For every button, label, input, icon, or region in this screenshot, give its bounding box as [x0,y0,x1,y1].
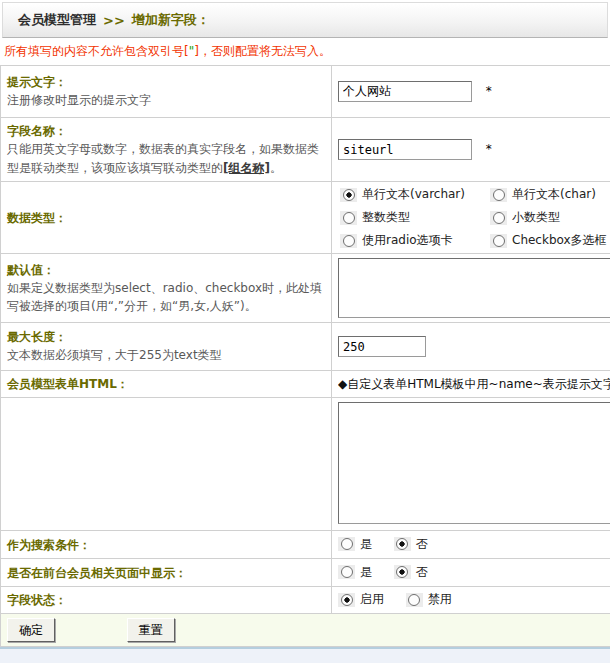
formhtml-label: 会员模型表单HTML： [7,375,325,393]
search-yes-option[interactable]: 是 [338,536,372,553]
page-header: 会员模型管理 >> 增加新字段： [2,2,608,38]
radio-label: 单行文本(varchar) [362,186,465,203]
radio-icon [340,188,357,202]
row-max-length: 最大长度： 文本数据必须填写，大于255为text类型 [1,323,610,371]
warning-message: 所有填写的内容不允许包含双引号["]，否则配置将无法写入。 [0,38,610,65]
radio-label: 使用radio选项卡 [362,232,453,249]
radio-icon [490,234,507,248]
required-asterisk: * [486,142,492,156]
radio-icon [406,593,423,607]
row-buttons: 确定 重置 [1,614,610,647]
datatype-option-radio[interactable]: 使用radio选项卡 [340,232,490,249]
fieldname-label: 字段名称： [7,122,325,140]
row-search-condition: 作为搜索条件： 是 否 [1,531,610,559]
datatype-radio-varchar[interactable] [343,189,355,201]
radio-label: Checkbox多选框 [512,232,607,249]
row-default-value: 默认值： 如果定义数据类型为select、radio、checkbox时，此处填… [1,254,610,323]
radio-icon [340,234,357,248]
default-label: 默认值： [7,261,325,279]
formhtml-textarea[interactable] [338,402,610,524]
datatype-radio-char[interactable] [493,189,505,201]
fieldstate-label: 字段状态： [7,591,325,609]
search-no-option[interactable]: 否 [394,536,428,553]
fieldstate-on-radio[interactable] [341,594,353,606]
datatype-option-checkbox[interactable]: Checkbox多选框 [490,232,610,249]
fieldstate-off-option[interactable]: 禁用 [406,591,452,608]
fieldname-input[interactable] [338,139,472,160]
warning-prefix: 所有填写的内容不允许包含双引号[ [4,44,189,58]
row-field-name: 字段名称： 只能用英文字母或数字，数据表的真实字段名，如果数据类型是联动类型，该… [1,118,610,182]
showfront-label: 是否在前台会员相关页面中显示： [7,564,325,582]
required-asterisk: * [486,84,492,98]
ok-button[interactable]: 确定 [7,618,55,642]
footer-strip [0,647,610,663]
search-yes-radio[interactable] [341,538,353,550]
row-prompt: 提示文字： 注册修改时显示的提示文字 * [1,66,610,118]
default-desc: 如果定义数据类型为select、radio、checkbox时，此处填写被选择的… [7,279,325,316]
warning-suffix: ]，否则配置将无法写入。 [194,44,331,58]
radio-label: 小数类型 [512,209,560,226]
member-model-add-field-page: 会员模型管理 >> 增加新字段： 所有填写的内容不允许包含双引号["]，否则配置… [0,0,610,663]
datatype-radio-checkbox[interactable] [493,235,505,247]
prompt-input[interactable] [338,81,472,102]
datatype-radio-float[interactable] [493,212,505,224]
fieldname-desc: 只能用英文字母或数字，数据表的真实字段名，如果数据类型是联动类型，该项应该填写联… [7,140,325,177]
datatype-option-varchar[interactable]: 单行文本(varchar) [340,186,490,203]
formhtml-hint: ◆自定义表单HTML模板中用~name~表示提示文字，~form~表示表单元素 [338,376,610,393]
radio-label: 是 [360,536,372,553]
group-name-link[interactable]: [组名称] [223,161,270,175]
search-no-radio[interactable] [396,538,408,550]
showfront-yes-radio[interactable] [341,566,353,578]
datatype-label: 数据类型： [7,209,325,227]
radio-label: 否 [416,564,428,581]
showfront-no-radio[interactable] [396,566,408,578]
breadcrumb-separator: >> [103,13,125,28]
radio-icon [490,211,507,225]
datatype-option-char[interactable]: 单行文本(char) [490,186,610,203]
datatype-option-float[interactable]: 小数类型 [490,209,610,226]
row-field-state: 字段状态： 启用 禁用 [1,587,610,614]
radio-icon [490,188,507,202]
radio-label: 整数类型 [362,209,410,226]
datatype-radio-int[interactable] [343,212,355,224]
fieldstate-on-option[interactable]: 启用 [338,591,384,608]
maxlength-label: 最大长度： [7,328,325,346]
radio-label: 是 [360,564,372,581]
showfront-yes-option[interactable]: 是 [338,564,372,581]
showfront-no-option[interactable]: 否 [394,564,428,581]
prompt-label: 提示文字： [7,73,325,91]
datatype-radio-radio[interactable] [343,235,355,247]
maxlength-input[interactable] [338,336,426,357]
fieldstate-off-radio[interactable] [408,594,420,606]
radio-icon [338,537,355,551]
radio-icon [394,537,411,551]
radio-label: 禁用 [428,591,452,608]
datatype-options: 单行文本(varchar) 单行文本(char) 整数类型 小数类型 [338,186,610,249]
page-subtitle: 增加新字段： [132,11,210,29]
default-textarea[interactable] [338,258,610,318]
datatype-option-int[interactable]: 整数类型 [340,209,490,226]
radio-icon [340,211,357,225]
reset-button[interactable]: 重置 [127,618,175,642]
radio-label: 单行文本(char) [512,186,596,203]
form-table: 提示文字： 注册修改时显示的提示文字 * 字段名称： 只能用英文字母或数字，数据… [0,65,610,647]
radio-label: 否 [416,536,428,553]
search-label: 作为搜索条件： [7,536,325,554]
page-title: 会员模型管理 [18,11,96,29]
radio-icon [338,565,355,579]
row-show-front: 是否在前台会员相关页面中显示： 是 否 [1,559,610,587]
prompt-desc: 注册修改时显示的提示文字 [7,91,325,110]
radio-label: 启用 [360,591,384,608]
radio-icon [394,565,411,579]
radio-icon [338,593,355,607]
row-form-html-label: 会员模型表单HTML： ◆自定义表单HTML模板中用~name~表示提示文字，~… [1,371,610,398]
row-datatype: 数据类型： 单行文本(varchar) 单行文本(char) 整数类型 [1,182,610,254]
maxlength-desc: 文本数据必须填写，大于255为text类型 [7,346,325,365]
row-form-html-textarea [1,398,610,531]
